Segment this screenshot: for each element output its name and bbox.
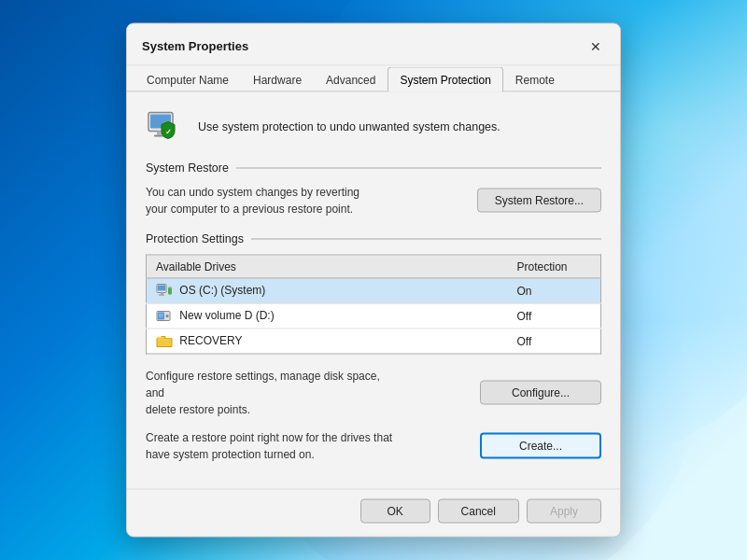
system-restore-header: System Restore <box>146 161 601 175</box>
system-restore-body: You can undo system changes by reverting… <box>146 184 601 217</box>
system-restore-section: System Restore You can undo system chang… <box>146 161 601 217</box>
svg-rect-8 <box>159 295 164 296</box>
svg-rect-14 <box>159 315 163 315</box>
create-row: Create a restore point right now for the… <box>146 429 601 463</box>
os-drive-icon <box>156 284 173 299</box>
svg-point-13 <box>166 315 169 317</box>
d-drive-name: New volume D (D:) <box>179 309 274 322</box>
create-description: Create a restore point right now for the… <box>146 429 392 463</box>
table-row[interactable]: New volume D (D:) Off <box>147 303 601 329</box>
svg-rect-15 <box>159 316 162 317</box>
os-drive-protection: On <box>508 278 601 303</box>
os-drive-name: OS (C:) (System) <box>179 284 265 297</box>
table-row[interactable]: RECOVERY Off <box>147 329 601 354</box>
dialog-title: System Properties <box>142 38 248 60</box>
dialog-footer: OK Cancel Apply <box>127 489 620 537</box>
system-protection-icon: ✓ <box>146 107 187 148</box>
create-button[interactable]: Create... <box>480 433 601 459</box>
drive-name-recovery: RECOVERY <box>147 329 508 354</box>
drive-name-os: OS (C:) (System) <box>147 278 508 303</box>
section-divider <box>236 167 601 168</box>
recovery-drive-name: RECOVERY <box>179 334 242 347</box>
tab-advanced[interactable]: Advanced <box>314 67 388 92</box>
svg-rect-7 <box>161 293 163 295</box>
protection-settings-label: Protection Settings <box>146 232 244 245</box>
system-restore-label: System Restore <box>146 161 229 175</box>
system-restore-description: You can undo system changes by reverting… <box>146 184 359 217</box>
title-bar: System Properties ✕ <box>127 24 620 66</box>
tab-remote[interactable]: Remote <box>503 67 567 92</box>
tab-hardware[interactable]: Hardware <box>241 67 314 92</box>
close-button[interactable]: ✕ <box>583 34 609 60</box>
apply-button[interactable]: Apply <box>527 499 601 524</box>
configure-button[interactable]: Configure... <box>480 381 601 405</box>
protection-settings-section: Protection Settings Available Drives Pro… <box>146 232 601 355</box>
configure-description: Configure restore settings, manage disk … <box>146 368 398 418</box>
svg-rect-10 <box>169 287 172 288</box>
tab-system-protection[interactable]: System Protection <box>388 67 502 92</box>
svg-text:✓: ✓ <box>165 128 172 136</box>
recovery-folder-icon <box>156 334 173 349</box>
protection-settings-header: Protection Settings <box>146 232 601 245</box>
tab-computer-name[interactable]: Computer Name <box>134 67 241 92</box>
header-description: Use system protection to undo unwanted s… <box>198 119 500 136</box>
drives-table: Available Drives Protection <box>146 255 601 355</box>
section-divider-2 <box>251 238 601 239</box>
system-properties-dialog: System Properties ✕ Computer Name Hardwa… <box>126 23 621 538</box>
system-restore-button[interactable]: System Restore... <box>477 189 601 213</box>
configure-row: Configure restore settings, manage disk … <box>146 368 601 418</box>
recovery-drive-protection: Off <box>508 329 601 354</box>
d-drive-protection: Off <box>508 303 601 329</box>
col-available-drives: Available Drives <box>147 255 508 278</box>
svg-rect-6 <box>158 286 165 291</box>
d-drive-icon <box>156 309 173 324</box>
ok-button[interactable]: OK <box>360 499 430 524</box>
cancel-button[interactable]: Cancel <box>438 499 519 524</box>
table-header-row: Available Drives Protection <box>147 255 601 278</box>
computer-shield-icon: ✓ <box>146 107 185 147</box>
svg-rect-16 <box>158 339 171 346</box>
table-row[interactable]: OS (C:) (System) On <box>147 278 601 303</box>
header-section: ✓ Use system protection to undo unwanted… <box>146 107 601 148</box>
drive-name-d: New volume D (D:) <box>147 303 508 329</box>
tab-bar: Computer Name Hardware Advanced System P… <box>127 66 620 92</box>
col-protection: Protection <box>508 255 601 278</box>
tab-content: ✓ Use system protection to undo unwanted… <box>127 92 620 489</box>
